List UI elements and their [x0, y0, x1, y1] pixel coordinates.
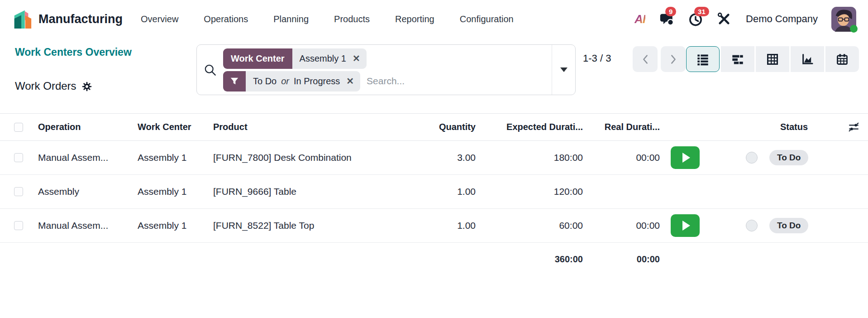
tools-icon	[717, 12, 731, 26]
ai-icon[interactable]: AI	[634, 12, 645, 26]
menu-operations[interactable]: Operations	[204, 14, 248, 24]
column-header-work-center[interactable]: Work Center	[138, 122, 213, 132]
cell-operation[interactable]: Manual Assem...	[29, 152, 138, 163]
cell-product[interactable]: [FURN_8522] Table Top	[213, 220, 385, 231]
view-switcher	[686, 46, 859, 72]
table-body: Manual Assem... Assembly 1 [FURN_7800] D…	[0, 141, 868, 243]
cell-quantity[interactable]: 3.00	[385, 152, 476, 163]
cell-operation[interactable]: Assembly	[29, 186, 138, 197]
search-facet-filter[interactable]: To Do or In Progress ✕	[223, 71, 360, 92]
column-header-quantity[interactable]: Quantity	[385, 122, 476, 132]
column-header-status[interactable]: Status	[764, 122, 832, 132]
cell-work-center[interactable]: Assembly 1	[138, 152, 213, 163]
facet-value: Assembly 1	[300, 53, 346, 64]
company-switcher[interactable]: Demo Company	[746, 13, 818, 25]
column-header-expected-duration[interactable]: Expected Durati...	[476, 122, 583, 132]
filter-icon	[223, 71, 246, 92]
menu-overview[interactable]: Overview	[141, 14, 178, 24]
messages-badge: 9	[665, 7, 676, 16]
menu-products[interactable]: Products	[334, 14, 370, 24]
cell-work-center[interactable]: Assembly 1	[138, 220, 213, 231]
status-badge: To Do	[769, 150, 808, 165]
cell-operation[interactable]: Manual Assem...	[29, 220, 138, 231]
cell-product[interactable]: [FURN_7800] Desk Combination	[213, 152, 385, 163]
pager-range: 1-3 / 3	[583, 53, 611, 64]
cell-expected-duration[interactable]: 120:00	[476, 186, 583, 197]
cell-quantity[interactable]: 1.00	[385, 220, 476, 231]
table-row[interactable]: Assembly Assembly 1 [FURN_9666] Table 1.…	[0, 175, 868, 209]
view-pivot-button[interactable]	[756, 46, 789, 72]
facet-value: To Do	[253, 76, 277, 87]
table-row[interactable]: Manual Assem... Assembly 1 [FURN_8522] T…	[0, 209, 868, 243]
table-row[interactable]: Manual Assem... Assembly 1 [FURN_7800] D…	[0, 141, 868, 175]
menu-configuration[interactable]: Configuration	[460, 14, 514, 24]
top-menu: Overview Operations Planning Products Re…	[141, 14, 514, 24]
status-bubble[interactable]	[746, 220, 758, 231]
facet-or: or	[281, 76, 289, 87]
row-checkbox[interactable]	[14, 221, 23, 230]
facet-value: In Progress	[294, 76, 340, 87]
app-name[interactable]: Manufacturing	[38, 12, 123, 26]
start-work-order-button[interactable]	[671, 146, 700, 169]
activities-badge: 31	[694, 7, 709, 16]
user-avatar[interactable]	[831, 7, 856, 32]
optional-columns-icon[interactable]	[848, 121, 859, 133]
remove-facet-icon[interactable]: ✕	[351, 53, 362, 64]
cell-expected-duration[interactable]: 60:00	[476, 220, 583, 231]
manufacturing-app-icon[interactable]	[12, 9, 33, 29]
gear-icon[interactable]	[82, 82, 92, 92]
view-graph-button[interactable]	[791, 46, 824, 72]
play-icon	[682, 153, 690, 163]
table-totals-row: 360:00 00:00	[0, 243, 868, 275]
search-bar[interactable]: Work Center Assembly 1 ✕ To Do	[196, 44, 576, 95]
cell-real-duration[interactable]: 00:00	[583, 220, 660, 231]
cell-product[interactable]: [FURN_9666] Table	[213, 186, 385, 197]
column-header-operation[interactable]: Operation	[29, 122, 138, 132]
remove-facet-icon[interactable]: ✕	[344, 76, 356, 87]
cell-work-center[interactable]: Assembly 1	[138, 186, 213, 197]
messages-button[interactable]: 9	[659, 11, 674, 27]
play-icon	[682, 221, 690, 231]
menu-planning[interactable]: Planning	[273, 14, 309, 24]
gantt-view-icon	[731, 53, 744, 66]
total-real-duration: 00:00	[583, 254, 660, 265]
table-header-row: Operation Work Center Product Quantity E…	[0, 114, 868, 141]
view-list-button[interactable]	[686, 46, 720, 72]
search-facet-work-center[interactable]: Work Center Assembly 1 ✕	[223, 48, 367, 69]
online-status-dot	[850, 25, 858, 33]
activities-button[interactable]: 31	[688, 11, 703, 27]
view-gantt-button[interactable]	[721, 46, 754, 72]
top-navbar: Manufacturing Overview Operations Planni…	[0, 0, 868, 38]
column-header-real-duration[interactable]: Real Durati...	[583, 122, 660, 132]
cell-expected-duration[interactable]: 180:00	[476, 152, 583, 163]
total-expected-duration: 360:00	[476, 254, 583, 265]
pager-next-button[interactable]	[661, 46, 686, 72]
start-work-order-button[interactable]	[671, 214, 700, 237]
row-checkbox[interactable]	[14, 153, 23, 162]
page-title: Work Orders	[15, 80, 76, 92]
chevron-down-icon	[560, 67, 568, 72]
breadcrumb-link[interactable]: Work Centers Overview	[15, 46, 132, 58]
row-checkbox[interactable]	[14, 187, 23, 196]
pager-previous-button[interactable]	[633, 46, 658, 72]
work-orders-list: Operation Work Center Product Quantity E…	[0, 113, 868, 275]
menu-reporting[interactable]: Reporting	[395, 14, 434, 24]
view-calendar-button[interactable]	[825, 46, 859, 72]
column-header-product[interactable]: Product	[213, 122, 385, 132]
pivot-view-icon	[766, 53, 779, 66]
list-view-icon	[696, 53, 709, 66]
cell-real-duration[interactable]: 00:00	[583, 152, 660, 163]
search-icon	[197, 45, 223, 95]
cell-quantity[interactable]: 1.00	[385, 186, 476, 197]
graph-view-icon	[801, 53, 814, 66]
control-panel: Work Centers Overview Work Orders Work C	[0, 38, 868, 113]
search-input[interactable]: Search...	[367, 76, 552, 87]
calendar-view-icon	[836, 53, 849, 66]
status-badge: To Do	[769, 218, 808, 233]
search-dropdown-toggle[interactable]	[552, 45, 575, 95]
select-all-checkbox[interactable]	[14, 123, 23, 132]
status-bubble[interactable]	[746, 152, 758, 164]
tools-button[interactable]	[717, 12, 731, 26]
